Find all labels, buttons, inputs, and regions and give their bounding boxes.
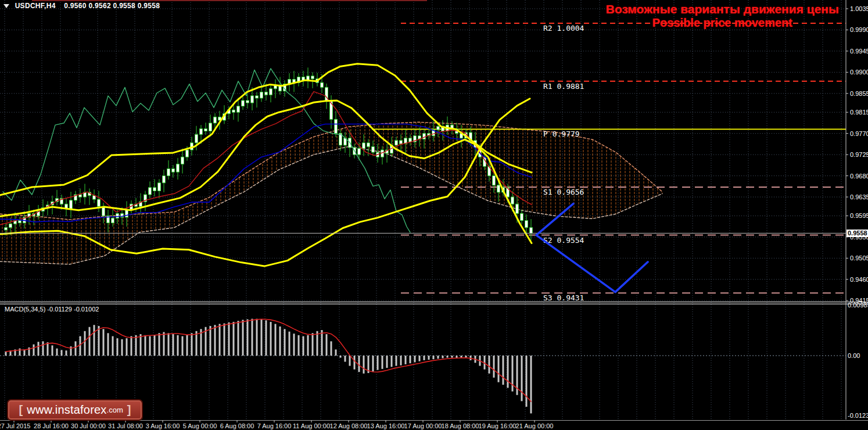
time-axis-label[interactable]: 13 Aug 16:00 [367, 422, 405, 429]
time-axis-label[interactable]: 18 Aug 08:00 [442, 422, 479, 429]
forecast-annotation: Возможные варианты движения цены Possibl… [606, 2, 839, 30]
candle [246, 101, 249, 103]
level-label-p: P 0.9779 [543, 130, 580, 138]
price-axis-label[interactable]: 0.9770 [850, 130, 868, 137]
price-axis-label[interactable]: 0.9595 [850, 212, 868, 219]
candle [158, 183, 161, 191]
candle [358, 149, 361, 155]
time-axis-label[interactable]: 21 Aug 00:00 [516, 422, 554, 429]
candle [186, 150, 189, 157]
time-axis-label[interactable]: 17 Aug 00:00 [404, 422, 442, 429]
candle [181, 157, 184, 164]
candle [19, 221, 21, 223]
time-axis-label[interactable]: 5 Aug 00:00 [183, 422, 217, 429]
macd-indicator-label: MACD(5,34,5) -0.01129 -0.01002 [5, 306, 99, 313]
pane-separator [0, 304, 868, 304]
mt4-chart-window: R2 1.0004R1 0.9881P 0.9779S1 0.9656S2 0.… [0, 0, 868, 430]
candle [395, 141, 398, 145]
time-axis-label[interactable]: 7 Aug 16:00 [257, 422, 292, 429]
candle [163, 176, 166, 183]
candle [311, 76, 314, 79]
candle [530, 228, 533, 234]
candle [493, 176, 496, 185]
candle [237, 106, 240, 113]
time-axis-label[interactable]: 12 Aug 08:00 [330, 422, 368, 429]
level-label-s3: S3 0.9431 [543, 293, 584, 302]
logo-text-suffix: .com [107, 406, 123, 414]
logo-bracket-right: ] [127, 403, 131, 417]
candle [497, 185, 500, 192]
time-axis-label[interactable]: 6 Aug 08:00 [220, 422, 254, 429]
candle [205, 129, 207, 131]
candle [242, 101, 245, 106]
candle [232, 110, 235, 112]
price-axis-label[interactable]: 0.9815 [850, 109, 868, 116]
time-axis-label[interactable]: 27 Jul 2015 [0, 422, 30, 429]
logo-bracket-left: [ [19, 403, 23, 417]
time-axis-label[interactable]: 3 Aug 16:00 [146, 422, 180, 429]
annotation-line-ru: Возможные варианты движения цены [606, 2, 839, 16]
macd-axis-label[interactable]: 0.00985 [848, 302, 868, 309]
candle [423, 134, 426, 139]
candle [70, 200, 73, 209]
candle [409, 138, 412, 142]
chart-title: USDCHF,H4 0.9560 0.9562 0.9558 0.9558 [3, 2, 160, 10]
time-axis-label[interactable]: 19 Aug 16:00 [479, 422, 517, 429]
price-axis-label[interactable]: 0.9725 [850, 151, 868, 158]
candle [325, 87, 328, 101]
logo-text: www.instaforex [27, 403, 106, 417]
candle [265, 92, 268, 95]
candle [209, 123, 212, 131]
candle [9, 224, 12, 227]
current-price-tag: 0.9558 [847, 230, 868, 237]
level-label-s1: S1 0.9656 [543, 188, 584, 196]
time-axis-label[interactable]: 28 Jul 16:00 [34, 422, 69, 429]
price-axis-label[interactable]: 1.0035 [850, 5, 868, 12]
candle [177, 164, 180, 172]
level-label-s2: S2 0.9554 [543, 236, 584, 245]
annotation-line-en: Possible price movement [606, 16, 839, 30]
candle [214, 117, 217, 123]
candle [251, 96, 254, 103]
price-axis-label[interactable]: 0.9635 [850, 193, 868, 200]
level-label-r1: R1 0.9881 [543, 82, 584, 91]
candle [321, 83, 324, 87]
price-axis-label[interactable]: 0.9900 [850, 69, 868, 76]
candle [521, 213, 523, 220]
candle [79, 195, 82, 197]
price-axis-label[interactable]: 0.9855 [850, 90, 868, 97]
candle [511, 197, 514, 204]
price-axis-label[interactable]: 0.9460 [850, 276, 868, 283]
chevron-down-icon [3, 4, 9, 8]
candle [400, 141, 403, 144]
pane-separator [0, 302, 868, 302]
chart-plot-area[interactable]: R2 1.0004R1 0.9881P 0.9779S1 0.9656S2 0.… [0, 0, 868, 430]
candle [125, 210, 128, 217]
macd-axis-label[interactable]: -0.0123 [848, 412, 868, 419]
level-label-r2: R2 1.0004 [543, 24, 584, 33]
symbol-timeframe-label: USDCHF,H4 [15, 2, 56, 10]
candle [116, 213, 119, 218]
price-axis-label[interactable]: 0.9680 [850, 173, 868, 180]
price-axis-label[interactable]: 0.9990 [850, 26, 868, 33]
candle [172, 169, 175, 172]
candle [112, 218, 114, 223]
candle [260, 92, 263, 98]
time-axis-label[interactable]: 31 Jul 08:00 [108, 422, 143, 429]
candle [363, 143, 365, 149]
candle [437, 127, 440, 130]
candle [200, 129, 203, 135]
time-axis-label[interactable]: 30 Jul 00:00 [71, 422, 106, 429]
candle [167, 169, 170, 175]
candle [195, 134, 198, 143]
time-axis-label[interactable]: 11 Aug 00:00 [293, 422, 330, 429]
candle [256, 96, 259, 98]
ohlc-quote-label: 0.9560 0.9562 0.9558 0.9558 [64, 2, 160, 10]
candle [153, 188, 156, 191]
macd-axis-label[interactable]: 0.00 [848, 352, 860, 359]
candle [149, 188, 152, 195]
candle [270, 89, 272, 95]
price-axis-label[interactable]: 0.9505 [850, 255, 868, 261]
candle [98, 199, 101, 206]
price-axis-label[interactable]: 0.9945 [850, 48, 868, 55]
